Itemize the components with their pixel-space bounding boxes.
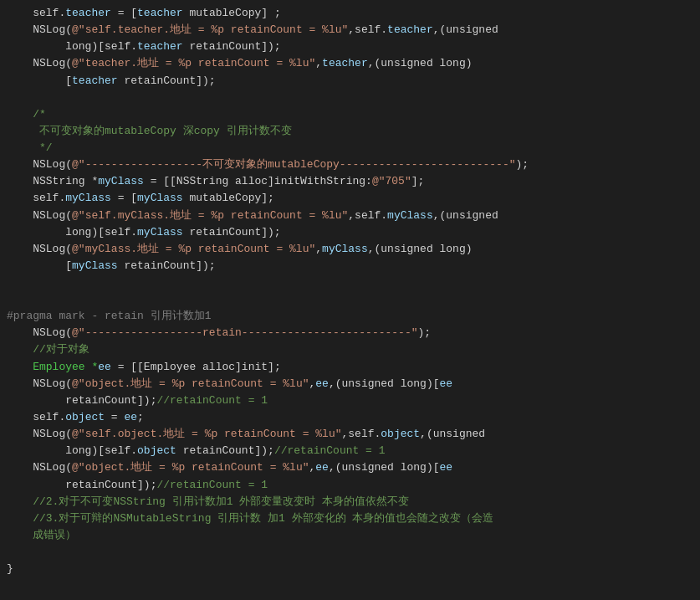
code-line: long)[self.myClass retainCount]); — [0, 224, 700, 241]
code-token: ee — [124, 411, 137, 423]
code-line: NSString *myClass = [[NSString alloc]ini… — [0, 173, 700, 190]
code-token: ee — [440, 377, 453, 390]
line-content — [7, 274, 693, 291]
code-line: //2.对于不可变NSString 引用计数加1 外部变量改变时 本身的值依然不… — [0, 494, 700, 510]
code-token: teacher — [387, 23, 433, 36]
code-token: ); — [516, 158, 529, 171]
line-content: */ — [7, 140, 693, 156]
code-line — [0, 90, 700, 106]
code-token: self. — [7, 7, 65, 19]
line-content: 不可变对象的mutableCopy 深copy 引用计数不变 — [7, 123, 693, 140]
code-token: teacher — [72, 74, 118, 87]
code-token: [ — [7, 259, 72, 272]
code-token: ,(unsigned long) — [368, 57, 473, 69]
code-token: } — [7, 562, 13, 575]
code-token: , — [315, 57, 322, 69]
code-token: ]; — [411, 175, 425, 187]
code-token: object — [137, 444, 176, 457]
code-line: NSLog(@"teacher.地址 = %p retainCount = %l… — [0, 55, 700, 72]
code-token: 对于可辩的NSMutableString 引用计数 加1 外部变化的 本身的值也… — [59, 512, 493, 525]
line-content: 成错误） — [7, 527, 693, 544]
code-line: } — [0, 561, 700, 577]
code-line: NSLog(@"self.object.地址 = %p retainCount … — [0, 426, 700, 443]
code-line: NSLog(@"myClass.地址 = %p retainCount = %l… — [0, 241, 700, 258]
code-token: myClass — [98, 175, 144, 187]
code-line — [0, 544, 700, 561]
line-content: long)[self.teacher retainCount]); — [7, 38, 693, 55]
line-content: #pragma mark - retain 引用计数加1 — [7, 308, 693, 325]
line-content: self.teacher = [teacher mutableCopy] ; — [7, 5, 693, 22]
code-token: retainCount]); — [118, 74, 216, 87]
code-token: ; — [137, 411, 144, 423]
code-token: //retainCount = 1 — [156, 479, 268, 491]
code-token: @"705" — [372, 175, 411, 187]
line-content: } — [7, 561, 693, 577]
code-token: mutableCopy]; — [183, 192, 274, 204]
code-token: ee — [315, 461, 329, 474]
code-token: long)[self. — [7, 444, 137, 457]
code-line: long)[self.teacher retainCount]); — [0, 38, 700, 55]
code-token: 地址 — [130, 461, 152, 474]
code-token: retainCount]); — [183, 226, 281, 238]
code-line: retainCount]);//retainCount = 1 — [0, 477, 700, 494]
code-token: teacher — [322, 57, 368, 69]
code-token: = %p retainCount = %lu" — [185, 428, 341, 440]
line-content: NSString *myClass = [[NSString alloc]ini… — [7, 173, 693, 190]
code-token: ,self. — [341, 428, 381, 440]
code-line: [teacher retainCount]); — [0, 73, 700, 90]
code-token: myClass — [137, 226, 183, 238]
code-token: NSLog( — [7, 461, 72, 474]
code-token: mutableCopy] ; — [183, 7, 281, 19]
code-token: = [[Employee alloc]init]; — [111, 361, 281, 373]
line-content — [7, 544, 693, 561]
code-token: myClass — [72, 259, 118, 272]
line-content: //对于对象 — [7, 341, 693, 358]
code-token: @"myClass. — [72, 243, 137, 255]
code-token: myClass — [137, 192, 183, 204]
code-line: self.object = ee; — [0, 409, 700, 426]
code-token: retainCount]); — [7, 394, 156, 407]
code-token: ,self. — [348, 209, 387, 222]
code-token: // — [7, 343, 46, 356]
code-token: NSLog( — [7, 326, 72, 339]
code-token: = %p retainCount = %lu" — [152, 377, 309, 390]
line-content: retainCount]);//retainCount = 1 — [7, 477, 693, 494]
code-token: NSLog( — [7, 428, 72, 440]
code-token: //retainCount = 1 — [274, 444, 386, 457]
code-line: //对于对象 — [0, 341, 700, 358]
code-line: retainCount]);//retainCount = 1 — [0, 392, 700, 409]
code-token: @"self.object. — [72, 428, 163, 440]
code-token: ee — [98, 361, 111, 373]
code-token: 地址 — [170, 209, 192, 222]
code-line: NSLog(@"------------------retain--------… — [0, 325, 700, 341]
code-token: 地址 — [130, 377, 152, 390]
line-content: NSLog(@"teacher.地址 = %p retainCount = %l… — [7, 55, 693, 72]
line-content: NSLog(@"self.teacher.地址 = %p retainCount… — [7, 22, 693, 38]
code-line: long)[self.object retainCount]);//retain… — [0, 443, 700, 459]
code-line: NSLog(@"------------------不可变对象的mutableC… — [0, 156, 700, 173]
line-content: /* — [7, 106, 693, 123]
code-line: NSLog(@"self.teacher.地址 = %p retainCount… — [0, 22, 700, 38]
line-content: long)[self.object retainCount]);//retain… — [7, 443, 693, 459]
code-token: NSLog( — [7, 23, 72, 36]
code-line: NSLog(@"object.地址 = %p retainCount = %lu… — [0, 376, 700, 392]
code-token: NSLog( — [7, 209, 72, 222]
code-token: 地址 — [170, 23, 192, 36]
code-token: , — [315, 243, 322, 255]
code-token: @"------------------retain--------------… — [72, 326, 417, 339]
line-content: //2.对于不可变NSString 引用计数加1 外部变量改变时 本身的值依然不… — [7, 494, 693, 510]
code-token: teacher — [65, 7, 111, 19]
code-token: [ — [7, 74, 72, 87]
code-line: 成错误） — [0, 527, 700, 544]
code-token: @"self.myClass. — [72, 209, 170, 222]
line-content: [teacher retainCount]); — [7, 73, 693, 90]
code-token: 对于不可变NSString 引用计数加1 外部变量改变时 本身的值依然不变 — [59, 495, 409, 508]
code-token: ee — [440, 461, 453, 474]
code-token: = [ — [111, 192, 137, 204]
code-token: self. — [7, 411, 65, 423]
code-token: retainCount]); — [7, 479, 156, 491]
code-token: ,(unsigned long)[ — [329, 461, 440, 474]
code-line: //3.对于可辩的NSMutableString 引用计数 加1 外部变化的 本… — [0, 510, 700, 527]
line-content: NSLog(@"object.地址 = %p retainCount = %lu… — [7, 376, 693, 392]
code-token: long)[self. — [7, 226, 137, 238]
